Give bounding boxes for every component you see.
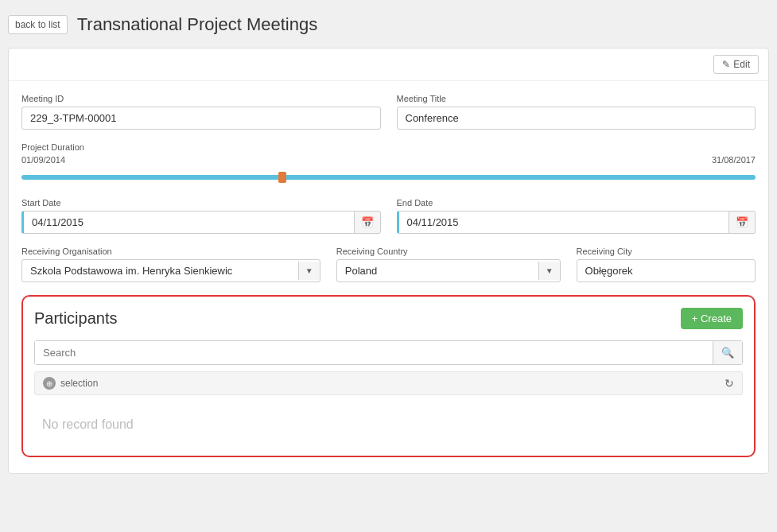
participants-title: Participants (34, 309, 118, 328)
receiving-city-label: Receiving City (577, 247, 756, 256)
selection-circle-icon: ⊕ (43, 377, 56, 390)
meeting-id-label: Meeting ID (21, 94, 381, 103)
meeting-id-group: Meeting ID (21, 94, 381, 130)
start-date-label: Start Date (21, 198, 381, 208)
receiving-country-select[interactable]: Poland (337, 260, 538, 282)
participants-header: Participants + Create (34, 308, 743, 329)
back-to-list-button[interactable]: back to list (8, 15, 68, 34)
edit-icon: ✎ (722, 59, 730, 70)
receiving-org-group: Receiving Organisation Szkola Podstawowa… (21, 247, 321, 282)
receiving-country-label: Receiving Country (336, 247, 561, 256)
meeting-title-input[interactable] (397, 107, 756, 130)
edit-label: Edit (733, 59, 750, 70)
search-input[interactable] (35, 341, 713, 364)
project-duration-group: Project Duration 01/09/2014 31/08/2017 (21, 142, 756, 185)
receiving-org-select-wrapper: Szkola Podstawowa im. Henryka Sienkiewic… (21, 259, 321, 282)
selection-label: selection (60, 378, 98, 389)
start-date-wrapper: 📅 (21, 211, 381, 234)
receiving-country-select-wrapper: Poland ▼ (336, 259, 561, 282)
project-duration-row: Project Duration 01/09/2014 31/08/2017 (21, 142, 756, 185)
duration-start-date: 01/09/2014 (21, 155, 65, 165)
selection-bar: ⊕ selection ↻ (34, 371, 743, 395)
row-meeting-id-title: Meeting ID Meeting Title (21, 94, 756, 130)
main-card: ✎ Edit Meeting ID Meeting Title Pro (8, 48, 769, 474)
receiving-city-input[interactable] (577, 259, 756, 282)
receiving-org-select[interactable]: Szkola Podstawowa im. Henryka Sienkiewic (22, 260, 298, 282)
receiving-country-group: Receiving Country Poland ▼ (336, 247, 561, 282)
create-participant-button[interactable]: + Create (681, 308, 743, 329)
page-header: back to list Transnational Project Meeti… (8, 8, 769, 48)
duration-track-wrapper (21, 169, 756, 185)
receiving-org-label: Receiving Organisation (21, 247, 321, 256)
end-date-wrapper: 📅 (397, 211, 756, 234)
search-icon[interactable]: 🔍 (713, 341, 742, 364)
row-receiving: Receiving Organisation Szkola Podstawowa… (21, 247, 756, 282)
end-date-input[interactable] (399, 212, 729, 233)
end-date-group: End Date 📅 (397, 198, 756, 234)
start-date-calendar-icon[interactable]: 📅 (354, 212, 380, 233)
end-date-calendar-icon[interactable]: 📅 (728, 212, 755, 233)
meeting-title-group: Meeting Title (397, 94, 756, 130)
edit-bar: ✎ Edit (9, 49, 768, 81)
start-date-input[interactable] (24, 212, 354, 233)
meeting-title-label: Meeting Title (397, 94, 756, 103)
receiving-org-chevron-icon: ▼ (298, 262, 320, 280)
participants-section: Participants + Create 🔍 ⊕ selection ↻ (21, 295, 756, 457)
edit-button[interactable]: ✎ Edit (713, 55, 759, 74)
form-area: Meeting ID Meeting Title Project Duratio… (9, 81, 768, 473)
selection-left: ⊕ selection (43, 377, 98, 390)
search-row: 🔍 (34, 340, 743, 365)
duration-marker (278, 172, 286, 183)
duration-track (21, 175, 756, 180)
page-wrapper: back to list Transnational Project Meeti… (0, 0, 777, 532)
start-date-group: Start Date 📅 (21, 198, 381, 234)
receiving-city-group: Receiving City (577, 247, 756, 282)
duration-end-date: 31/08/2017 (712, 155, 756, 165)
no-record-message: No record found (34, 402, 743, 448)
project-duration-label: Project Duration (21, 142, 756, 152)
end-date-label: End Date (397, 198, 756, 208)
refresh-icon[interactable]: ↻ (725, 377, 734, 390)
receiving-country-chevron-icon: ▼ (538, 262, 560, 280)
row-dates: Start Date 📅 End Date 📅 (21, 198, 756, 234)
duration-dates: 01/09/2014 31/08/2017 (21, 155, 756, 165)
page-title: Transnational Project Meetings (77, 14, 317, 35)
meeting-id-input[interactable] (21, 107, 381, 130)
